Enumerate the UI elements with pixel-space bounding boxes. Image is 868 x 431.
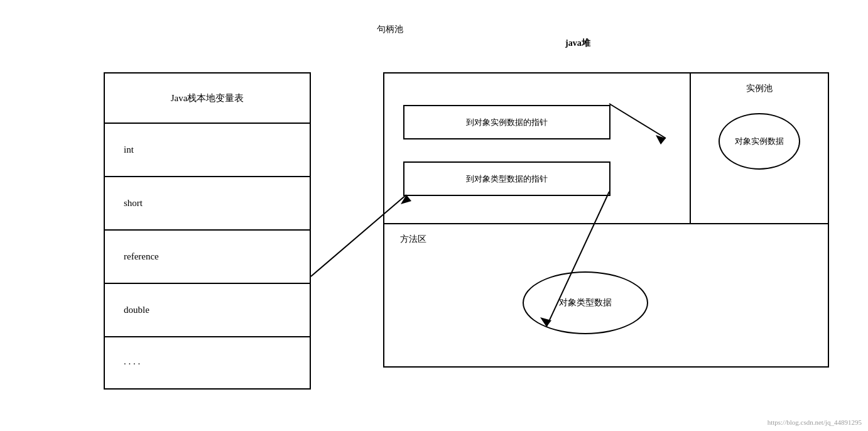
method-area-label: 方法区: [400, 234, 426, 245]
heap-bottom: 方法区 对象类型数据: [384, 224, 828, 369]
heap-top: 到对象实例数据的指针 到对象类型数据的指针 实例池 对象实例数据: [384, 74, 828, 224]
heap-outer: 到对象实例数据的指针 到对象类型数据的指针 实例池 对象实例数据 方法区 对象类…: [383, 72, 829, 368]
class-type-ellipse: 对象类型数据: [523, 271, 648, 334]
stack-header: Java栈本地变量表: [105, 74, 310, 124]
watermark: https://blog.csdn.net/jq_44891295: [768, 418, 862, 426]
javaheap-label: java堆: [565, 38, 590, 49]
instance-data-ellipse: 对象实例数据: [719, 113, 800, 170]
juchichi-label: 句柄池: [377, 24, 403, 35]
instance-pool-label: 实例池: [746, 83, 773, 94]
heap-top-left: 到对象实例数据的指针 到对象类型数据的指针: [384, 74, 692, 224]
stack-row-dots: · · · ·: [105, 337, 310, 391]
diagram-container: 句柄池 java堆 Java栈本地变量表 int short reference…: [0, 0, 868, 431]
instance-pool: 实例池 对象实例数据: [690, 74, 828, 224]
ptr-box-instance: 到对象实例数据的指针: [403, 105, 610, 139]
stack-box: Java栈本地变量表 int short reference double · …: [104, 72, 311, 390]
stack-row-int: int: [105, 124, 310, 177]
stack-row-reference: reference: [105, 231, 310, 284]
stack-row-double: double: [105, 284, 310, 337]
stack-row-short: short: [105, 177, 310, 231]
ptr-box-class: 到对象类型数据的指针: [403, 161, 610, 196]
